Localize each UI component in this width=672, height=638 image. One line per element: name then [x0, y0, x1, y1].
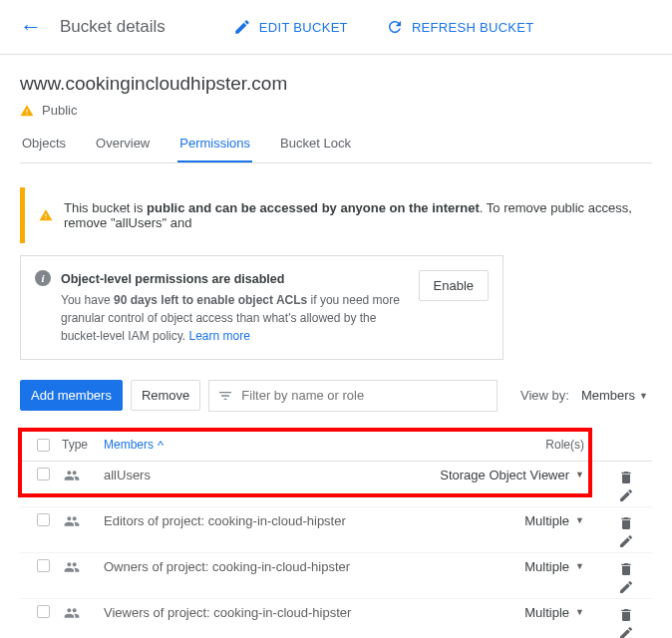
- delete-icon[interactable]: [618, 561, 634, 577]
- members-table: Type Members ^ Role(s) allUsers Storage …: [20, 430, 652, 638]
- row-checkbox[interactable]: [28, 605, 58, 618]
- add-members-button[interactable]: Add members: [20, 380, 123, 411]
- banner-bold: public and can be accessed by anyone on …: [147, 200, 480, 215]
- info-text-bold: 90 days left to enable object ACLs: [114, 293, 307, 307]
- dropdown-icon: ▼: [575, 470, 584, 479]
- people-icon: [62, 513, 82, 529]
- row-checkbox[interactable]: [28, 559, 58, 572]
- controls-row: Add members Remove View by: Members ▼: [20, 380, 652, 412]
- view-by-select[interactable]: Members ▼: [577, 382, 652, 409]
- people-icon: [62, 559, 82, 575]
- view-by-value: Members: [581, 388, 635, 403]
- tab-objects[interactable]: Objects: [20, 136, 68, 162]
- role-dropdown[interactable]: Storage Object Viewer▼: [440, 468, 584, 482]
- member-type-icon: [58, 605, 104, 621]
- banner-prefix: This bucket is: [64, 200, 147, 215]
- sort-asc-icon: ^: [158, 438, 164, 453]
- role-dropdown[interactable]: Multiple▼: [524, 605, 584, 620]
- dropdown-icon: ▼: [575, 607, 584, 617]
- refresh-bucket-label: REFRESH BUCKET: [412, 20, 534, 35]
- member-type-icon: [58, 559, 104, 575]
- tab-permissions[interactable]: Permissions: [177, 136, 252, 162]
- th-members-label: Members: [104, 438, 154, 452]
- edit-bucket-button[interactable]: EDIT BUCKET: [233, 18, 348, 36]
- filter-input[interactable]: [241, 388, 489, 403]
- th-roles: Role(s): [415, 438, 584, 452]
- info-text-a: You have: [61, 293, 114, 307]
- edit-icon[interactable]: [618, 579, 634, 595]
- row-checkbox[interactable]: [28, 513, 58, 526]
- edit-icon[interactable]: [618, 625, 634, 638]
- warning-icon: [39, 208, 53, 222]
- edit-bucket-label: EDIT BUCKET: [259, 20, 348, 35]
- role-dropdown[interactable]: Multiple▼: [524, 513, 584, 528]
- object-acl-info-card: i Object-level permissions are disabled …: [20, 255, 504, 360]
- member-name: Owners of project: cooking-in-cloud-hips…: [104, 559, 415, 574]
- learn-more-link[interactable]: Learn more: [189, 329, 250, 343]
- warning-icon: [20, 104, 34, 118]
- info-icon-wrap: i: [35, 270, 51, 345]
- public-warning-banner: This bucket is public and can be accesse…: [20, 187, 652, 243]
- banner-text: This bucket is public and can be accesse…: [64, 200, 638, 230]
- tabs: Objects Overview Permissions Bucket Lock: [20, 136, 652, 163]
- member-name: allUsers: [104, 468, 415, 482]
- tab-overview[interactable]: Overview: [94, 136, 152, 162]
- role-label: Multiple: [524, 605, 569, 620]
- header-bar: ← Bucket details EDIT BUCKET REFRESH BUC…: [0, 0, 672, 55]
- edit-icon[interactable]: [618, 487, 634, 503]
- bucket-name: www.cookingincloudhipster.com: [20, 73, 652, 95]
- info-body: Object-level permissions are disabled Yo…: [61, 270, 409, 345]
- role-label: Multiple: [524, 513, 569, 528]
- view-by: View by: Members ▼: [520, 382, 652, 409]
- edit-icon[interactable]: [618, 533, 634, 549]
- public-label: Public: [42, 103, 77, 118]
- info-title: Object-level permissions are disabled: [61, 270, 409, 289]
- view-by-label: View by:: [520, 388, 569, 403]
- row-checkbox[interactable]: [28, 468, 58, 480]
- pencil-icon: [233, 18, 251, 36]
- table-row: Owners of project: cooking-in-cloud-hips…: [20, 553, 652, 599]
- people-icon: [62, 468, 82, 483]
- info-icon: i: [35, 270, 51, 286]
- dropdown-icon: ▼: [639, 391, 648, 401]
- role-label: Storage Object Viewer: [440, 468, 569, 482]
- member-name: Viewers of project: cooking-in-cloud-hip…: [104, 605, 415, 620]
- filter-input-wrap[interactable]: [208, 380, 498, 412]
- back-arrow-icon[interactable]: ←: [20, 14, 42, 40]
- delete-icon[interactable]: [618, 515, 634, 531]
- enable-button[interactable]: Enable: [419, 270, 489, 301]
- delete-icon[interactable]: [618, 470, 634, 485]
- th-type: Type: [58, 438, 104, 452]
- delete-icon[interactable]: [618, 607, 634, 623]
- page-title: Bucket details: [60, 17, 166, 37]
- member-name: Editors of project: cooking-in-cloud-hip…: [104, 513, 415, 528]
- dropdown-icon: ▼: [575, 515, 584, 525]
- table-header-row: Type Members ^ Role(s): [20, 430, 652, 462]
- th-members[interactable]: Members ^: [104, 438, 415, 453]
- public-tag: Public: [20, 103, 652, 118]
- member-type-icon: [58, 468, 104, 483]
- table-row: Editors of project: cooking-in-cloud-hip…: [20, 507, 652, 553]
- remove-button[interactable]: Remove: [131, 380, 200, 411]
- dropdown-icon: ▼: [575, 561, 584, 571]
- table-row: Viewers of project: cooking-in-cloud-hip…: [20, 599, 652, 638]
- role-label: Multiple: [524, 559, 569, 574]
- select-all-checkbox[interactable]: [28, 439, 58, 452]
- filter-icon: [217, 388, 233, 404]
- refresh-icon: [386, 18, 404, 36]
- member-type-icon: [58, 513, 104, 529]
- people-icon: [62, 605, 82, 621]
- role-dropdown[interactable]: Multiple▼: [524, 559, 584, 574]
- refresh-bucket-button[interactable]: REFRESH BUCKET: [386, 18, 534, 36]
- table-row: allUsers Storage Object Viewer▼: [20, 462, 652, 507]
- tab-bucket-lock[interactable]: Bucket Lock: [278, 136, 353, 162]
